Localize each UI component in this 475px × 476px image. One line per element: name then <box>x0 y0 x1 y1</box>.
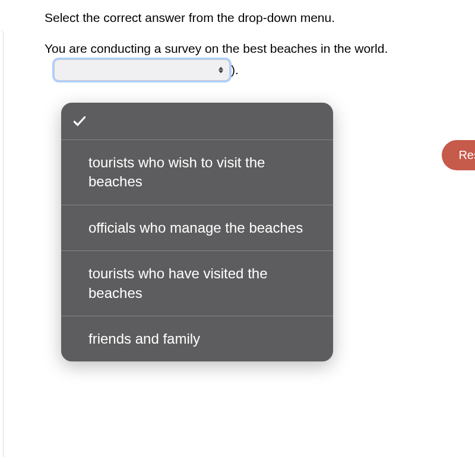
answer-dropdown[interactable] <box>54 59 230 81</box>
instruction-text: Select the correct answer from the drop-… <box>45 11 475 25</box>
dropdown-option-label: tourists who have visited the beaches <box>88 265 268 300</box>
dropdown-option-friends-family[interactable]: friends and family <box>61 316 333 361</box>
up-down-chevron-icon <box>218 67 223 74</box>
panel-left-edge <box>0 30 4 457</box>
dropdown-option-blank[interactable] <box>61 103 333 140</box>
checkmark-icon <box>72 113 87 129</box>
dropdown-option-tourists-visited[interactable]: tourists who have visited the beaches <box>61 251 333 316</box>
reset-button[interactable]: Res <box>442 140 475 170</box>
dropdown-option-tourists-wish[interactable]: tourists who wish to visit the beaches <box>61 140 333 205</box>
dropdown-option-label: tourists who wish to visit the beaches <box>88 154 265 189</box>
closing-punctuation: ). <box>231 63 239 77</box>
question-content: Select the correct answer from the drop-… <box>0 0 475 81</box>
dropdown-options-panel: tourists who wish to visit the beaches o… <box>61 103 333 361</box>
dropdown-option-label: officials who manage the beaches <box>88 220 303 236</box>
dropdown-option-label: friends and family <box>88 331 200 347</box>
question-text: You are conducting a survey on the best … <box>45 42 475 56</box>
dropdown-row: ). <box>54 59 475 81</box>
dropdown-option-officials[interactable]: officials who manage the beaches <box>61 205 333 251</box>
